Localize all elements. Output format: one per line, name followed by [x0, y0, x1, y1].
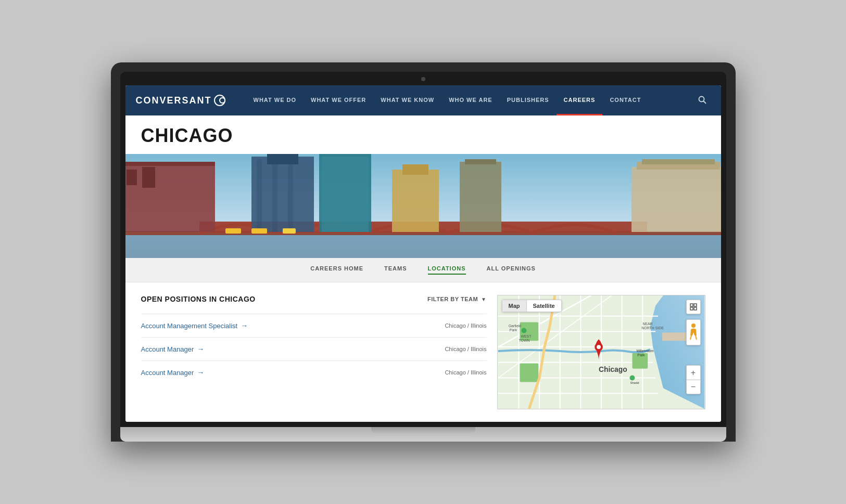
svg-rect-17 — [392, 170, 439, 232]
subnav-teams[interactable]: TEAMS — [384, 265, 407, 275]
svg-rect-24 — [225, 228, 241, 234]
jobs-header: OPEN POSITIONS IN CHICAGO FILTER BY TEAM… — [141, 295, 487, 303]
jobs-section-title: OPEN POSITIONS IN CHICAGO — [141, 295, 256, 303]
job-title-0: Account Management Specialist — [141, 322, 238, 330]
svg-text:Shedd: Shedd — [630, 381, 639, 384]
job-link-0[interactable]: Account Management Specialist → — [141, 321, 248, 330]
map-zoom-controls: + − — [686, 365, 701, 394]
svg-point-65 — [691, 324, 696, 328]
map-expand-button[interactable] — [686, 300, 701, 314]
map-container[interactable]: Chicago Millennium Park NEAR NORTH SIDE … — [497, 295, 705, 409]
nav-link-who-we-are[interactable]: WHO WE ARE — [441, 85, 500, 115]
page-title-bar: CHICAGO — [125, 115, 721, 154]
svg-rect-7 — [127, 170, 137, 185]
city-image — [125, 154, 721, 258]
job-location-1: Chicago / Illinois — [445, 346, 486, 352]
svg-rect-19 — [460, 162, 501, 232]
job-location-2: Chicago / Illinois — [445, 369, 486, 376]
page-title: CHICAGO — [141, 125, 705, 147]
job-location-0: Chicago / Illinois — [445, 322, 486, 329]
svg-rect-25 — [251, 228, 267, 234]
person-icon — [688, 323, 699, 342]
job-arrow-1: → — [197, 345, 204, 353]
search-icon[interactable] — [694, 96, 711, 106]
job-title-2: Account Manager — [141, 369, 194, 377]
svg-rect-8 — [142, 167, 155, 188]
job-link-2[interactable]: Account Manager → — [141, 368, 205, 377]
nav-link-publishers[interactable]: PUBLISHERS — [500, 85, 557, 115]
map-tab-map[interactable]: Map — [502, 300, 527, 312]
screen: CONVERSANT WHAT WE DO WHAT WE OFFER WHAT… — [125, 85, 721, 422]
jobs-section: OPEN POSITIONS IN CHICAGO FILTER BY TEAM… — [141, 295, 487, 409]
svg-text:NORTH SIDE: NORTH SIDE — [641, 326, 664, 330]
svg-rect-6 — [125, 164, 215, 232]
svg-rect-23 — [642, 159, 715, 164]
nav-link-what-we-do[interactable]: WHAT WE DO — [246, 85, 304, 115]
svg-text:Millennium: Millennium — [636, 349, 653, 353]
svg-rect-12 — [257, 159, 262, 232]
subnav-careers-home[interactable]: CAREERS HOME — [310, 265, 363, 275]
svg-text:TOWN: TOWN — [519, 339, 529, 342]
nav-link-careers[interactable]: CAREERS — [557, 85, 603, 115]
svg-rect-3 — [125, 235, 721, 258]
map-tab-satellite[interactable]: Satellite — [527, 300, 561, 312]
map-section: Chicago Millennium Park NEAR NORTH SIDE … — [497, 295, 705, 409]
job-link-1[interactable]: Account Manager → — [141, 345, 205, 353]
nav-links: WHAT WE DO WHAT WE OFFER WHAT WE KNOW WH… — [246, 85, 694, 115]
svg-rect-21 — [632, 167, 721, 232]
laptop-base — [120, 427, 726, 442]
svg-rect-14 — [288, 159, 293, 232]
svg-line-67 — [696, 335, 697, 340]
screen-bezel: CONVERSANT WHAT WE DO WHAT WE OFFER WHAT… — [120, 72, 726, 427]
svg-rect-26 — [283, 228, 296, 234]
svg-rect-16 — [322, 157, 369, 232]
svg-point-58 — [521, 328, 526, 333]
map-tabs: Map Satellite — [502, 300, 562, 312]
svg-text:Chicago: Chicago — [599, 365, 627, 373]
svg-rect-13 — [272, 159, 277, 232]
main-content: OPEN POSITIONS IN CHICAGO FILTER BY TEAM… — [125, 282, 721, 422]
nav-link-what-we-know[interactable]: WHAT WE KNOW — [373, 85, 441, 115]
svg-rect-44 — [520, 364, 538, 382]
svg-point-56 — [629, 376, 635, 381]
svg-text:WEST: WEST — [521, 334, 532, 338]
nav-logo[interactable]: CONVERSANT — [136, 95, 225, 106]
job-arrow-0: → — [241, 321, 248, 330]
svg-rect-20 — [465, 159, 496, 164]
laptop-frame: CONVERSANT WHAT WE DO WHAT WE OFFER WHAT… — [111, 62, 736, 442]
nav-link-contact[interactable]: CONTACT — [602, 85, 648, 115]
job-title-1: Account Manager — [141, 345, 194, 353]
navbar: CONVERSANT WHAT WE DO WHAT WE OFFER WHAT… — [125, 85, 721, 115]
map-zoom-out-button[interactable]: − — [686, 380, 701, 394]
nav-link-what-we-offer[interactable]: WHAT WE OFFER — [304, 85, 373, 115]
svg-rect-18 — [402, 164, 428, 175]
job-arrow-2: → — [197, 368, 204, 377]
subnav-locations[interactable]: LOCATIONS — [428, 265, 466, 275]
svg-rect-62 — [694, 304, 697, 306]
svg-rect-63 — [690, 307, 693, 310]
filter-label: FILTER BY TEAM — [427, 296, 478, 302]
svg-rect-9 — [125, 162, 215, 166]
job-item-2: Account Manager → Chicago / Illinois — [141, 360, 487, 384]
svg-rect-61 — [690, 304, 693, 306]
svg-rect-64 — [694, 307, 697, 310]
camera — [421, 77, 425, 81]
svg-rect-11 — [267, 154, 298, 164]
svg-line-66 — [690, 335, 691, 340]
job-item-0: Account Management Specialist → Chicago … — [141, 314, 487, 337]
nav-logo-text: CONVERSANT — [136, 95, 212, 106]
svg-text:Garfield: Garfield — [508, 324, 521, 328]
svg-line-1 — [703, 101, 705, 103]
svg-point-60 — [597, 345, 601, 349]
sub-nav: CAREERS HOME TEAMS LOCATIONS ALL OPENING… — [125, 258, 721, 282]
subnav-all-openings[interactable]: ALL OPENINGS — [487, 265, 536, 275]
logo-icon — [214, 95, 225, 106]
filter-dropdown-icon: ▼ — [481, 296, 486, 302]
map-zoom-in-button[interactable]: + — [686, 365, 701, 380]
svg-text:NEAR: NEAR — [642, 322, 652, 326]
job-item-1: Account Manager → Chicago / Illinois — [141, 337, 487, 360]
street-view-button[interactable] — [686, 319, 701, 345]
filter-by-team-button[interactable]: FILTER BY TEAM ▼ — [427, 296, 486, 302]
svg-text:Park: Park — [637, 353, 645, 357]
svg-text:Park: Park — [509, 328, 517, 332]
